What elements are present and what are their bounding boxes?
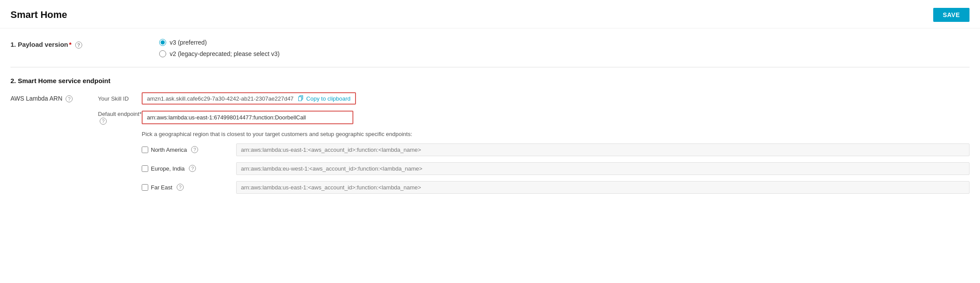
geo-checkbox-europe-india[interactable] — [142, 165, 148, 172]
section-payload-version: 1. Payload version* ? v3 (preferred) v2 … — [10, 39, 970, 57]
lambda-label-text: AWS Lambda ARN — [10, 95, 63, 102]
radio-v2-label: v2 (legacy-deprecated; please select v3) — [170, 50, 279, 57]
skill-id-row: Your Skill ID amzn1.ask.skill.cafe6c29-7… — [98, 92, 970, 105]
lambda-arn-fields: Your Skill ID amzn1.ask.skill.cafe6c29-7… — [98, 92, 970, 200]
geo-far-east-help-icon[interactable]: ? — [177, 184, 184, 191]
geo-description-wrapper: Pick a geographical region that is close… — [142, 131, 970, 200]
radio-v3-label: v3 (preferred) — [170, 39, 207, 46]
geo-north-america-help-icon[interactable]: ? — [191, 146, 198, 153]
section-divider — [10, 67, 970, 67]
content-area: 1. Payload version* ? v3 (preferred) v2 … — [0, 28, 980, 200]
copy-label: Copy to clipboard — [306, 95, 350, 102]
lambda-arn-row: AWS Lambda ARN ? Your Skill ID amzn1.ask… — [10, 92, 970, 200]
skill-id-label: Your Skill ID — [98, 95, 142, 102]
default-endpoint-label-text: Default endpoint* — [98, 111, 142, 117]
default-endpoint-input-wrapper — [142, 111, 353, 124]
default-endpoint-input[interactable] — [143, 112, 352, 123]
section-smart-home-endpoint: 2. Smart Home service endpoint AWS Lambd… — [10, 77, 970, 200]
copy-icon: 🗍 — [298, 95, 304, 102]
payload-version-help-icon[interactable]: ? — [75, 42, 82, 49]
radio-option-v2[interactable]: v2 (legacy-deprecated; please select v3) — [159, 50, 279, 57]
section1-title: 1. Payload version — [10, 41, 68, 48]
geo-europe-india-input[interactable] — [236, 162, 970, 175]
payload-version-radio-group: v3 (preferred) v2 (legacy-deprecated; pl… — [159, 39, 279, 57]
geo-row-far-east: Far East ? — [142, 181, 970, 194]
geo-label-far-east[interactable]: Far East ? — [142, 184, 229, 191]
geo-europe-india-text: Europe, India — [151, 165, 185, 172]
radio-v3[interactable] — [159, 39, 166, 46]
lambda-arn-help-icon[interactable]: ? — [66, 95, 73, 102]
geo-north-america-text: North America — [151, 147, 187, 153]
geo-checkbox-north-america[interactable] — [142, 147, 148, 153]
copy-to-clipboard-button[interactable]: 🗍 Copy to clipboard — [298, 95, 350, 102]
radio-option-v3[interactable]: v3 (preferred) — [159, 39, 279, 46]
section1-content: 1. Payload version* ? v3 (preferred) v2 … — [10, 39, 970, 57]
page-header: Smart Home SAVE — [0, 0, 980, 28]
geo-label-north-america[interactable]: North America ? — [142, 146, 229, 153]
page-title: Smart Home — [10, 9, 67, 21]
geo-checkbox-far-east[interactable] — [142, 184, 148, 191]
geo-label-europe-india[interactable]: Europe, India ? — [142, 165, 229, 172]
geo-description: Pick a geographical region that is close… — [142, 131, 970, 137]
geo-far-east-text: Far East — [151, 184, 172, 191]
save-button[interactable]: SAVE — [933, 8, 970, 22]
geo-row-north-america: North America ? — [142, 143, 970, 156]
section2-title-text: 2. Smart Home service endpoint — [10, 77, 110, 84]
geo-far-east-input[interactable] — [236, 181, 970, 194]
skill-id-value: amzn1.ask.skill.cafe6c29-7a30-4242-ab21-… — [147, 95, 293, 102]
default-endpoint-help-icon[interactable]: ? — [100, 118, 107, 125]
default-endpoint-label: Default endpoint* ? — [98, 111, 142, 125]
default-endpoint-row: Default endpoint* ? — [98, 111, 970, 125]
radio-v2[interactable] — [159, 50, 166, 57]
geo-europe-india-help-icon[interactable]: ? — [189, 165, 196, 172]
section2-title: 2. Smart Home service endpoint — [10, 77, 970, 84]
required-indicator: * — [69, 41, 72, 48]
geo-row-europe-india: Europe, India ? — [142, 162, 970, 175]
geo-north-america-input[interactable] — [236, 143, 970, 156]
skill-id-value-wrapper: amzn1.ask.skill.cafe6c29-7a30-4242-ab21-… — [142, 92, 356, 105]
section1-label-area: 1. Payload version* ? — [10, 39, 159, 49]
lambda-arn-label: AWS Lambda ARN ? — [10, 92, 98, 102]
